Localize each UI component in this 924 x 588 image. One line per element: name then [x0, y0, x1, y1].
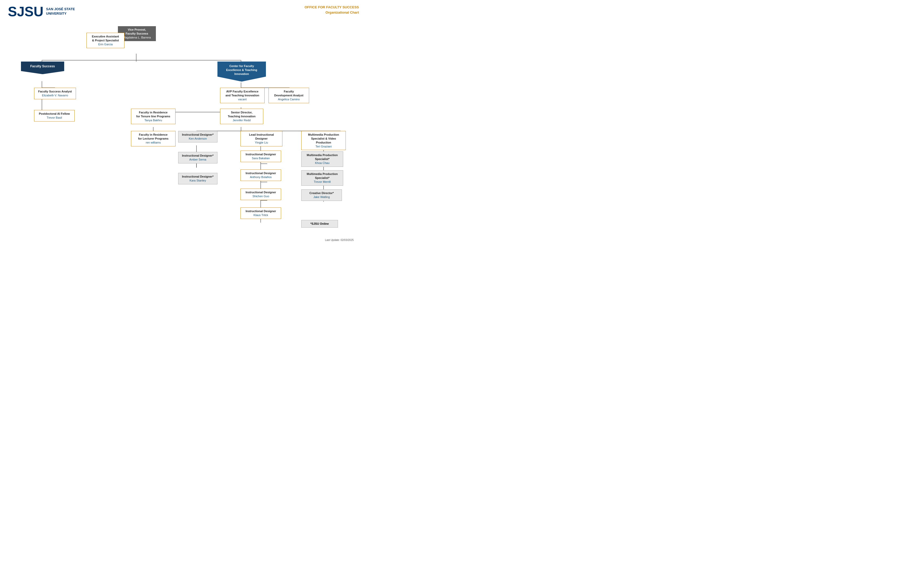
sjsu-online-node: *SJSU Online — [301, 220, 338, 227]
avp-node: AVP Faculty Excellence and Teaching Inno… — [220, 88, 265, 103]
logo: SJSU SAN JOSÉ STATE UNIVERSITY — [8, 5, 75, 18]
senior-dir-node: Senior Director, Teaching Innovation Jen… — [220, 109, 263, 124]
creative-dir-node: Creative Director* Jake Watling — [301, 189, 342, 201]
fir-lecturer-node: Faculty in Residence for Lecturer Progra… — [131, 131, 175, 147]
id-shichen-node: Instructional Designer Shichen Guo — [241, 189, 281, 200]
page-header: SJSU SAN JOSÉ STATE UNIVERSITY OFFICE FO… — [0, 0, 367, 18]
lead-id-node: Lead Instructional Designer Yingjie Liu — [241, 131, 282, 147]
fs-analyst-node: Faculty Success Analyst Elizabeth V. Nav… — [34, 88, 76, 99]
id-sara-node: Instructional Designer Sara Bakalian — [241, 151, 281, 162]
postdoc-node: Postdoctoral AI Fellow Trevor Basil — [34, 110, 75, 122]
id-amber-node: Instructional Designer* Amber Serna — [178, 152, 218, 163]
exec-asst-node: Executive Assistant & Project Specialist… — [86, 33, 124, 48]
org-chart: Vice Provost, Faculty Success Magdalena … — [5, 18, 361, 244]
page-title: OFFICE FOR FACULTY SUCCESS Organizationa… — [304, 5, 359, 15]
cfe-node: Center for Faculty Excellence & Teaching… — [218, 61, 266, 82]
last-update: Last Update: 02/03/2025 — [325, 239, 354, 242]
logo-text: SAN JOSÉ STATE UNIVERSITY — [46, 7, 75, 16]
id-kara-node: Instructional Designer* Kara Stanley — [178, 173, 218, 184]
faculty-success-node: Faculty Success — [21, 61, 64, 74]
id-anthony-node: Instructional Designer Anthony Bolaños — [241, 170, 281, 181]
fir-tenure-node: Faculty in Residence for Tenure line Pro… — [131, 109, 175, 124]
id-ken-node: Instructional Designer* Ken Anderson — [178, 131, 218, 142]
id-klaus-node: Instructional Designer Klaus Trilck — [241, 208, 281, 219]
mps-teri-node: Multimedia Production Specialist & Video… — [301, 131, 346, 150]
mps-trevor-node: Multimedia Production Specialist* Trevor… — [301, 170, 343, 186]
fda-node: Faculty Development Analyst Angelica Cam… — [269, 88, 309, 103]
logo-sjsu: SJSU — [8, 5, 43, 18]
mps-khoa-node: Multimedia Production Specialist* Khoa C… — [301, 152, 343, 167]
